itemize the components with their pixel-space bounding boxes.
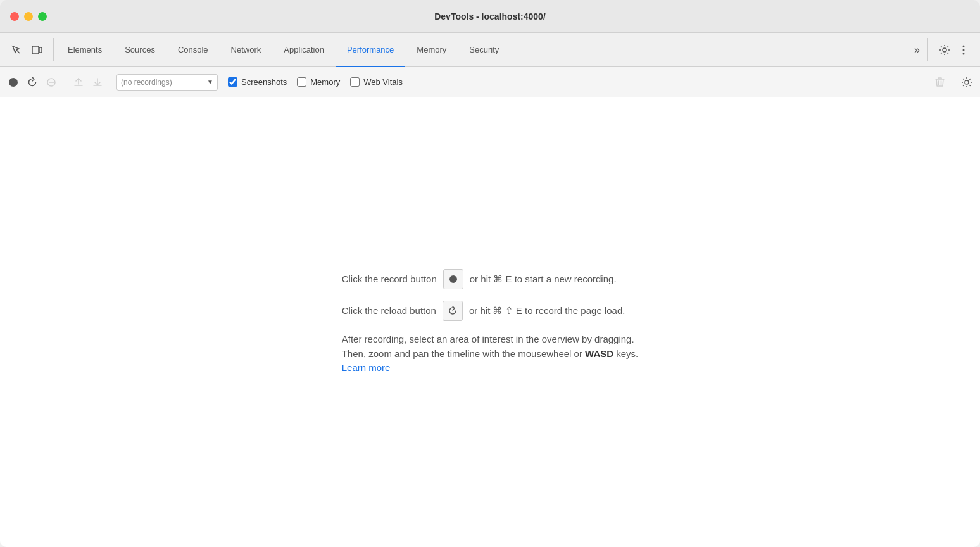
maximize-button[interactable] — [38, 12, 47, 21]
memory-checkbox[interactable] — [297, 77, 306, 87]
record-circle-icon — [449, 275, 457, 283]
toolbar-divider-2 — [111, 76, 111, 89]
capture-settings-icon[interactable] — [958, 74, 975, 91]
more-tabs-button[interactable]: » — [909, 33, 925, 66]
recordings-dropdown[interactable]: (no recordings) ▼ — [116, 74, 218, 91]
record-button[interactable] — [5, 74, 22, 91]
wasd-label: WASD — [585, 348, 613, 359]
download-button[interactable] — [89, 74, 106, 91]
toolbar-right-divider — [953, 73, 953, 92]
svg-rect-2 — [39, 47, 42, 53]
record-instruction-before: Click the record button — [342, 272, 437, 287]
svg-line-0 — [16, 50, 20, 53]
inspect-element-icon[interactable] — [8, 41, 25, 59]
settings-icon[interactable] — [936, 41, 953, 59]
tabs-bar: Elements Sources Console Network Applica… — [0, 33, 980, 67]
performance-toolbar: (no recordings) ▼ Screenshots Memory Web… — [0, 67, 980, 97]
web-vitals-checkbox-label[interactable]: Web Vitals — [350, 77, 403, 87]
record-instruction-after: or hit ⌘ E to start a new recording. — [470, 272, 617, 287]
toolbar-divider-1 — [65, 76, 65, 89]
toolbar-right — [931, 73, 975, 92]
dropdown-arrow-icon: ▼ — [207, 79, 213, 85]
traffic-lights — [10, 12, 47, 21]
instruction-line3b: Then, zoom and pan the timeline with the… — [342, 347, 639, 362]
tab-application[interactable]: Application — [272, 33, 336, 67]
tab-performance[interactable]: Performance — [336, 33, 405, 67]
reload-record-button[interactable] — [24, 74, 41, 91]
tab-security[interactable]: Security — [458, 33, 510, 67]
learn-more-link[interactable]: Learn more — [342, 362, 391, 373]
svg-point-6 — [963, 53, 965, 54]
devtools-icons — [3, 33, 51, 66]
reload-instruction-before: Click the reload button — [342, 304, 436, 318]
instruction-paragraph: After recording, select an area of inter… — [342, 332, 639, 375]
content-area: Click the record button or hit ⌘ E to st… — [0, 97, 980, 547]
device-toolbar-icon[interactable] — [28, 41, 46, 59]
web-vitals-checkbox[interactable] — [350, 77, 360, 87]
svg-point-11 — [965, 80, 969, 84]
close-button[interactable] — [10, 12, 19, 21]
record-icon — [9, 78, 18, 87]
title-bar: DevTools - localhost:4000/ — [0, 0, 980, 33]
checkbox-group: Screenshots Memory Web Vitals — [228, 77, 403, 87]
tab-network[interactable]: Network — [220, 33, 273, 67]
svg-point-3 — [943, 48, 946, 52]
tab-sources[interactable]: Sources — [113, 33, 166, 67]
tab-divider-left — [53, 38, 54, 61]
upload-button[interactable] — [70, 74, 87, 91]
tab-console[interactable]: Console — [166, 33, 220, 67]
devtools-window: DevTools - localhost:4000/ Elements — [0, 0, 980, 547]
clear-button[interactable] — [43, 74, 60, 91]
reload-btn-inline — [443, 301, 463, 321]
screenshots-checkbox[interactable] — [228, 77, 237, 87]
record-btn-inline — [443, 269, 463, 289]
tabs-list: Elements Sources Console Network Applica… — [56, 33, 909, 66]
memory-checkbox-label[interactable]: Memory — [297, 77, 340, 87]
tab-elements[interactable]: Elements — [56, 33, 113, 67]
instructions-panel: Click the record button or hit ⌘ E to st… — [342, 269, 639, 375]
instruction-record-line: Click the record button or hit ⌘ E to st… — [342, 269, 639, 289]
tab-divider-right — [927, 38, 928, 61]
minimize-button[interactable] — [24, 12, 33, 21]
tab-memory[interactable]: Memory — [405, 33, 458, 67]
delete-recordings-button[interactable] — [931, 74, 948, 91]
screenshots-checkbox-label[interactable]: Screenshots — [228, 77, 287, 87]
svg-point-5 — [963, 49, 965, 51]
more-options-icon[interactable] — [955, 41, 972, 59]
reload-instruction-after: or hit ⌘ ⇧ E to record the page load. — [469, 304, 625, 318]
window-title: DevTools - localhost:4000/ — [434, 11, 546, 22]
instruction-line3a: After recording, select an area of inter… — [342, 332, 639, 347]
instruction-reload-line: Click the reload button or hit ⌘ ⇧ E to … — [342, 301, 639, 321]
svg-rect-1 — [32, 46, 39, 54]
svg-point-4 — [963, 45, 965, 47]
right-icons — [931, 33, 977, 66]
